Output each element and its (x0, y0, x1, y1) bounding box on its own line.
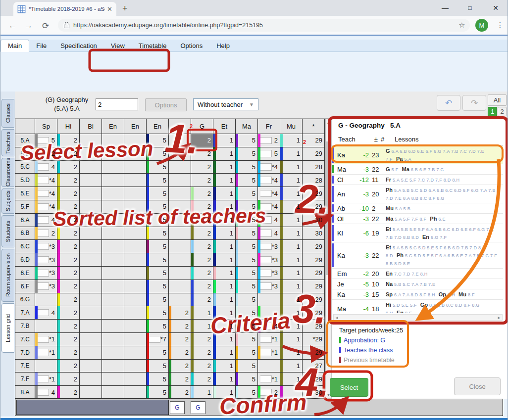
lesson-cell[interactable]: *3 (35, 253, 57, 267)
lesson-cell[interactable] (102, 253, 124, 267)
lesson-cell[interactable] (124, 267, 147, 280)
lesson-cell[interactable]: 1 (191, 306, 213, 320)
lesson-cell[interactable]: 5 (147, 373, 169, 386)
lesson-cell[interactable]: 5 (236, 147, 258, 161)
lesson-cell[interactable]: *1 (258, 346, 280, 360)
lesson-cell[interactable]: 2 (169, 360, 191, 373)
lesson-cell[interactable] (124, 306, 147, 320)
lesson-cell[interactable]: 5 (236, 253, 258, 267)
lesson-cell[interactable]: 4 (35, 306, 57, 320)
lesson-cell[interactable]: 5 (236, 187, 258, 200)
lesson-cell[interactable]: 29 (303, 253, 325, 267)
lesson-cell[interactable] (258, 293, 280, 307)
lesson-cell[interactable]: 2 (57, 134, 80, 147)
lesson-cell[interactable]: 1 (213, 267, 236, 280)
lesson-cell[interactable]: 2 (191, 214, 213, 227)
lesson-cell[interactable]: 5 (236, 200, 258, 214)
lesson-cell[interactable] (124, 134, 147, 147)
lesson-cell[interactable]: 1 (280, 134, 303, 147)
lesson-cell[interactable] (80, 134, 102, 147)
lesson-cell[interactable]: 5 (236, 240, 258, 253)
sidebar-tab-students[interactable]: Students (1, 215, 14, 247)
lesson-cell[interactable]: *3 (35, 280, 57, 293)
lesson-cell[interactable] (169, 214, 191, 227)
lesson-cell[interactable]: 1 (280, 147, 303, 161)
sidebar-tab-classrooms[interactable]: Classrooms (1, 158, 14, 187)
lesson-cell[interactable]: 1 (213, 147, 236, 161)
lesson-cell[interactable]: 1 (280, 200, 303, 214)
new-tab-icon[interactable]: + (122, 4, 128, 13)
lesson-cell[interactable] (124, 293, 147, 307)
lesson-cell[interactable] (124, 253, 147, 267)
lesson-cell[interactable] (102, 333, 124, 346)
lesson-cell[interactable] (169, 134, 191, 147)
lesson-cell[interactable]: 28 (303, 161, 325, 174)
lesson-cell[interactable]: 4 (35, 386, 57, 399)
teacher-row-cl[interactable]: Cl-1211Fr5.A 5.E 5.F 7.C 7.D 7.F 8.D 8.H (332, 175, 503, 185)
lesson-cell[interactable]: 2 (191, 373, 213, 386)
lesson-cell[interactable] (35, 360, 57, 373)
lesson-cell[interactable]: 1 (213, 306, 236, 320)
lesson-cell[interactable]: 2 (35, 227, 57, 240)
lesson-cell[interactable]: 1 (213, 253, 236, 267)
lesson-cell[interactable]: *4 (35, 200, 57, 214)
lesson-cell[interactable]: 2 (191, 333, 213, 346)
lesson-cell[interactable] (124, 147, 147, 161)
lesson-cell[interactable]: 5 (236, 360, 258, 373)
lesson-cell[interactable]: 5 (236, 373, 258, 386)
lesson-cell[interactable]: 2 (57, 333, 80, 346)
lesson-cell[interactable] (80, 214, 102, 227)
lesson-cell[interactable]: *3 (35, 267, 57, 280)
lesson-cell[interactable]: 2 (169, 320, 191, 333)
lesson-cell[interactable]: 2 (191, 147, 213, 161)
reload-icon[interactable]: ⟳ (42, 21, 49, 31)
lesson-cell[interactable]: 2 (191, 360, 213, 373)
lesson-cell[interactable]: *3 (35, 240, 57, 253)
lesson-cell[interactable]: 2 (57, 280, 80, 293)
lesson-cell[interactable]: 5 (236, 214, 258, 227)
lesson-cell[interactable] (102, 386, 124, 399)
lesson-cell[interactable]: 5 (236, 134, 258, 147)
lesson-cell[interactable]: 5 (147, 386, 169, 399)
lesson-cell[interactable] (102, 227, 124, 240)
lesson-cell[interactable]: 2 (57, 386, 80, 399)
lesson-cell[interactable]: 29 (303, 240, 325, 253)
lesson-cell[interactable]: 1 (213, 174, 236, 187)
lesson-cell[interactable] (35, 320, 57, 333)
lesson-cell[interactable]: 2 (35, 147, 57, 161)
menu-item-file[interactable]: File (29, 40, 53, 51)
lesson-cell[interactable]: 1 (213, 360, 236, 373)
periods-input[interactable]: 2 (96, 98, 138, 110)
lesson-cell[interactable]: 2 (191, 280, 213, 293)
undo-button[interactable]: ↶ (437, 95, 460, 111)
lesson-cell[interactable]: 5 (147, 240, 169, 253)
lesson-cell[interactable] (80, 320, 102, 333)
lesson-cell[interactable]: 2 (57, 227, 80, 240)
lesson-cell[interactable] (124, 320, 147, 333)
sidebar-tab-classes[interactable]: Classes (1, 99, 14, 128)
lesson-cell[interactable]: 2 (57, 161, 80, 174)
lesson-cell[interactable]: 2 (57, 187, 80, 200)
lesson-cell[interactable]: 5 (236, 227, 258, 240)
lesson-cell[interactable] (124, 240, 147, 253)
lesson-cell[interactable]: 5 (236, 161, 258, 174)
lesson-cell[interactable]: *3 (258, 267, 280, 280)
lesson-cell[interactable] (169, 174, 191, 187)
lesson-cell[interactable] (169, 240, 191, 253)
lesson-cell[interactable]: *4 (258, 200, 280, 214)
lesson-cell[interactable]: 1 (280, 253, 303, 267)
teacher-row-ka[interactable]: Ka-315Sp6.A 7.A 8.D 8.F 8.HOp8.HMu8.F (332, 289, 503, 300)
lesson-cell[interactable] (80, 373, 102, 386)
lesson-cell[interactable] (102, 240, 124, 253)
lesson-cell[interactable]: 1 (213, 214, 236, 227)
lesson-cell[interactable]: 1 (280, 333, 303, 346)
select-button[interactable]: Select (330, 378, 368, 397)
lesson-cell[interactable]: 2 (169, 346, 191, 360)
lesson-cell[interactable]: 29 (303, 134, 325, 147)
lesson-cell[interactable]: 2 (191, 253, 213, 267)
lesson-cell[interactable] (124, 200, 147, 214)
lesson-cell[interactable]: 1 (213, 346, 236, 360)
lesson-cell[interactable]: 2 (57, 346, 80, 360)
window-close-icon[interactable]: ✕ (486, 0, 506, 16)
lesson-cell[interactable] (102, 187, 124, 200)
